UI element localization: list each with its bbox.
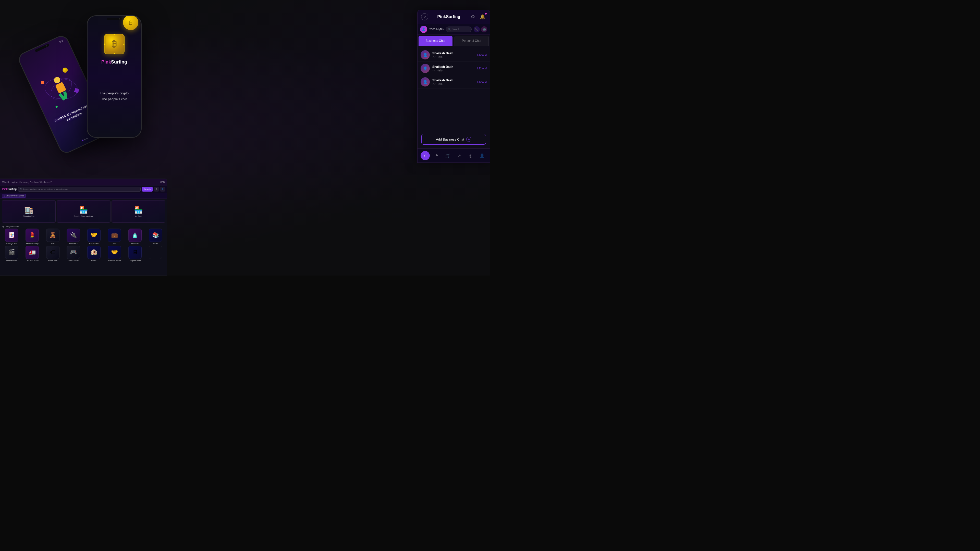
floating-dot [56,105,58,108]
add-chat-label: Add Business Chat [436,138,464,141]
chat-messages-list: 👤 Shailesh Dash ✓✓ Hello 1.12 A.M 👤 [417,46,490,100]
marketplace-nav: PinkSurfing 🔍 Search products by name, c… [0,186,167,193]
search-icon: 🔍 [448,28,451,30]
user-icon-market[interactable]: 👤 [160,187,165,192]
check-icon-1: ✓✓ [432,56,436,58]
msg-avatar-img-3: 👤 [421,77,430,86]
settings-button[interactable]: ⚙ [469,13,476,21]
brand-pink: Pink [101,59,111,65]
search-button[interactable]: Search [142,187,153,192]
cat-label-business4sale: Business 4 Sale [108,260,121,262]
nav-flag[interactable]: ⚑ [432,151,441,160]
cat-icon-computer-parts: 🖥 [128,246,142,259]
cat-hotels[interactable]: 🏨 Hotels [84,246,104,262]
msg-avatar-img-1: 👤 [421,50,430,59]
nav-cart[interactable]: 🛒 [443,151,452,160]
nav-home[interactable]: ⌂ [421,151,430,160]
cat-perfumes[interactable]: 🧴 Perfumes [125,229,145,245]
nav-compass[interactable]: ◎ [466,151,475,160]
gear-icon: ⚙ [471,14,475,20]
floating-coin [62,67,68,74]
cat-label-trading-cards: Trading Cards [6,243,18,245]
cat-label-jobs: Jobs [113,243,116,245]
nav-profile[interactable]: 👤 [477,151,487,160]
add-chat-area: Add Business Chat + [417,130,490,148]
user-name: 2000 MyBiz [429,28,444,31]
chat-message-item-1[interactable]: 👤 Shailesh Dash ✓✓ Hello 1.12 A.M [417,48,490,62]
shop-card-concierge[interactable]: 🏪 Shop by Store concierge [57,200,110,223]
bitcoin-top-coin: ₿ [123,15,138,30]
cat-label-estate-sale: Estate Sale [48,260,57,262]
cat-estate-sale[interactable]: 🏷 Estate Sale [43,246,63,262]
circuit-dot-top [114,34,115,35]
categories-section: By Categories Shop 🃏 Trading Cards 💄 Bea… [0,224,167,263]
market-search-input[interactable]: 🔍 Search products by name, category, sub… [18,187,141,192]
cat-electronics[interactable]: 🔌 Electronics [64,229,83,245]
help-button[interactable]: ? [421,13,428,21]
search-placeholder-text: Search products by name, category, subca… [22,188,68,190]
skip-button[interactable]: Skip [59,40,64,44]
cat-business4sale[interactable]: 🤝 Business 4 Sale [105,246,124,262]
crypto-tagline: The people's crypto The people's coin [100,90,129,102]
bell-icon: 🔔 [480,14,485,20]
cat-books[interactable]: 📚 Books [146,229,165,245]
check-icon-3: ✓✓ [432,83,436,85]
shop-by-categories[interactable]: ☰ Shop By Categories [2,194,26,198]
cat-icon-hotels: 🏨 [87,246,100,259]
cat-video-games[interactable]: 🎮 Video Games [64,246,83,262]
video-button[interactable]: 📹 [481,26,487,32]
msg-content-3: Shailesh Dash ✓✓ Hello [432,79,474,86]
circuit-dot-right [123,44,124,45]
cat-placeholder [146,246,165,262]
cat-icon-business4sale: 🤝 [108,246,121,259]
msg-preview-1: ✓✓ Hello [432,56,474,59]
cat-label-computer-parts: Computer Parts [129,260,141,262]
cat-jobs[interactable]: 💼 Jobs [105,229,124,245]
nav-share[interactable]: ↗ [455,151,464,160]
tab-personal-chat[interactable]: Personal Chat [455,36,489,46]
cat-computer-parts[interactable]: 🖥 Computer Parts [125,246,145,262]
cat-icon-video-games: 🎮 [67,246,80,259]
cat-toys[interactable]: 🧸 Toys [43,229,63,245]
user-avatar-icon: 👤 [422,27,425,31]
chat-panel: ? PinkSurfing ⚙ 🔔 👤 2000 MyBiz 🔍 Search [417,10,490,163]
add-business-chat-button[interactable]: Add Business Chat + [422,134,486,144]
chat-tabs: Business Chat Personal Chat [417,35,490,46]
notification-dot [485,13,487,14]
msg-avatar-img-2: 👤 [421,64,430,73]
chat-message-item-3[interactable]: 👤 Shailesh Dash ✓✓ Hello 1.12 A.M [417,75,490,89]
phone-right-screen: ₿ PinkSurfing The people's crypto The pe… [88,16,141,137]
call-button[interactable]: 📞 [474,26,480,32]
cat-label-books: Books [153,243,158,245]
cat-trading-cards[interactable]: 🃏 Trading Cards [2,229,22,245]
shop-card-concierge-label: Shop by Store concierge [74,215,94,217]
cart-icon: 🛒 [445,153,450,158]
cat-icon-real-estate: 🤝 [87,229,100,242]
circuit-dot-bottom [114,53,115,54]
cat-cars[interactable]: 🚛 Cars and Trucks [22,246,42,262]
chat-header: ? PinkSurfing ⚙ 🔔 [417,10,490,24]
settings-icon[interactable]: ⚙ [154,187,159,192]
cat-label-electronics: Electronics [69,243,78,245]
msg-time-2: 1.12 A.M [477,67,487,70]
cat-real-estate[interactable]: 🤝 Real Estate [84,229,104,245]
tab-business-chat[interactable]: Business Chat [418,36,452,46]
msg-avatar-2: 👤 [421,64,430,73]
marketplace-screen: Want to explore Upcoming Deals on Weeken… [0,179,167,275]
chat-message-item-2[interactable]: 👤 Shailesh Dash ✓✓ Hello 1.12 A.M [417,62,490,75]
cat-beauty[interactable]: 💄 Beauty/Makeup [22,229,42,245]
dot-1 [82,140,84,141]
cat-label-toys: Toys [51,243,55,245]
profile-icon: 👤 [479,153,485,158]
user-avatar: 👤 [420,26,427,33]
search-bar[interactable]: 🔍 Search [446,27,472,32]
brand-white: Surfing [111,59,127,65]
plus-icon: + [466,137,471,142]
cat-entertainment[interactable]: 🎬 Entertainment [2,246,22,262]
marketplace-topbar: Want to explore Upcoming Deals on Weeken… [0,179,167,186]
shop-card-mall[interactable]: 🏬 Shopping Mall [2,200,56,223]
phone-right: ₿ ₿ PinkSurfing The people's crypto The [87,15,142,138]
bottom-nav: ⌂ ⚑ 🛒 ↗ ◎ 👤 [417,148,490,162]
notification-button[interactable]: 🔔 [479,13,486,21]
shop-card-mystore[interactable]: 🏪 My Store [111,200,165,223]
